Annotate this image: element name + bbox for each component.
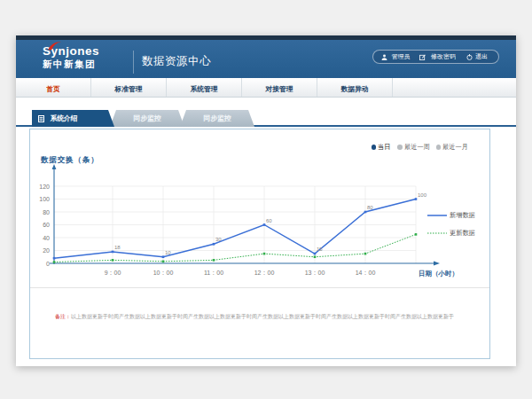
logo-text: Synjones <box>43 44 99 58</box>
data-point <box>314 253 317 255</box>
logo-subtext: 新中新集团 <box>43 59 99 71</box>
tab-bar: 系统介绍 同步监控 同步监控 <box>16 110 516 127</box>
x-tick-label: 14：00 <box>356 270 376 276</box>
footnote: 备注：以上数据更新于时间产生数据以上数据更新于时间产生数据以上数据更新于时间产生… <box>55 313 489 325</box>
main-nav: 首页 标准管理 系统管理 对接管理 数据异动 <box>16 78 516 98</box>
tab-system-intro[interactable]: 系统介绍 <box>32 110 114 127</box>
data-point <box>364 253 367 255</box>
data-point <box>112 251 114 254</box>
data-point-label: 30 <box>215 237 222 242</box>
nav-item-interface-mgmt[interactable]: 对接管理 <box>242 78 317 97</box>
y-axis-arrow <box>52 164 57 169</box>
main-window: Synjones 新中新集团 数据资源中心 管理员 修改密码 退出 首页 标准管… <box>16 35 516 366</box>
note-divider <box>30 287 489 288</box>
logo-swoosh-icon <box>48 41 62 51</box>
data-point <box>364 211 367 214</box>
chart-legend: 新增数据 更新数据 <box>427 209 485 245</box>
company-logo: Synjones 新中新集团 <box>43 44 99 71</box>
data-point-label: 10 <box>165 250 171 255</box>
data-point-label: 80 <box>367 205 373 210</box>
data-point <box>314 255 317 258</box>
y-tick-label: 60 <box>43 222 50 228</box>
data-point <box>53 257 56 260</box>
current-user[interactable]: 管理员 <box>379 51 417 63</box>
series-line-1 <box>54 234 416 262</box>
x-tick-label: 10：00 <box>153 270 174 276</box>
radio-last-week[interactable]: 最近一周 <box>397 141 430 153</box>
nav-item-system-mgmt[interactable]: 系统管理 <box>167 78 242 97</box>
x-tick-label: 9：00 <box>105 270 121 276</box>
header-divider <box>133 51 134 74</box>
app-header: Synjones 新中新集团 数据资源中心 管理员 修改密码 退出 <box>16 35 516 78</box>
x-tick-label: 13：00 <box>305 270 325 276</box>
data-point <box>263 223 266 226</box>
document-icon <box>38 115 44 122</box>
data-point <box>415 233 418 236</box>
chart-panel: 当日 最近一周 最近一月 数据交换（条） 0204060801001209：00… <box>29 129 490 359</box>
data-point <box>263 253 266 255</box>
dotted-line-sample <box>427 231 447 235</box>
edit-icon <box>419 54 426 60</box>
radio-dot <box>436 145 442 150</box>
user-toolbar: 管理员 修改密码 退出 <box>372 50 499 64</box>
y-tick-label: 20 <box>43 247 50 254</box>
page-title: 数据资源中心 <box>142 54 211 69</box>
x-tick-label: 11：00 <box>204 270 223 276</box>
data-point-label: 100 <box>418 192 427 198</box>
data-point <box>213 259 215 262</box>
logout-icon <box>466 54 473 60</box>
data-point <box>162 255 165 258</box>
change-password-button[interactable]: 修改密码 <box>417 51 464 63</box>
y-tick-label: 0 <box>46 261 50 267</box>
data-point-label: 18 <box>114 245 121 250</box>
y-tick-label: 100 <box>39 196 50 202</box>
nav-item-data-change[interactable]: 数据异动 <box>317 78 393 97</box>
tab-sync-monitor-1[interactable]: 同步监控 <box>110 110 184 127</box>
legend-item-new-data: 新增数据 <box>427 209 485 222</box>
nav-item-home[interactable]: 首页 <box>16 78 91 97</box>
user-icon <box>381 54 387 60</box>
y-tick-label: 80 <box>43 209 50 215</box>
data-point <box>213 243 215 246</box>
logout-button[interactable]: 退出 <box>464 51 493 63</box>
radio-last-month[interactable]: 最近一月 <box>436 141 469 153</box>
data-point <box>112 259 114 262</box>
x-axis-title: 日期（小时） <box>419 270 458 278</box>
data-point-label: 15 <box>317 246 323 252</box>
x-tick-label: 12：00 <box>254 270 275 276</box>
footnote-label: 备注： <box>55 314 71 320</box>
time-range-filter: 当日 最近一周 最近一月 <box>365 141 469 153</box>
series-line-0 <box>54 200 416 259</box>
x-axis-arrow <box>434 262 440 266</box>
radio-today[interactable]: 当日 <box>372 141 392 153</box>
y-tick-label: 120 <box>39 184 50 190</box>
data-point-label: 60 <box>266 218 272 223</box>
y-tick-label: 40 <box>43 235 50 241</box>
radio-dot <box>397 145 403 150</box>
tab-sync-monitor-2[interactable]: 同步监控 <box>180 110 254 127</box>
radio-dot <box>372 145 377 150</box>
data-point <box>53 261 56 263</box>
legend-item-update-data: 更新数据 <box>427 227 485 239</box>
data-point <box>162 261 165 263</box>
solid-line-sample <box>427 214 447 217</box>
nav-item-standard-mgmt[interactable]: 标准管理 <box>91 78 167 97</box>
data-point <box>415 198 418 200</box>
line-chart: 0204060801001209：0010：0011：0012：0013：001… <box>35 163 478 283</box>
